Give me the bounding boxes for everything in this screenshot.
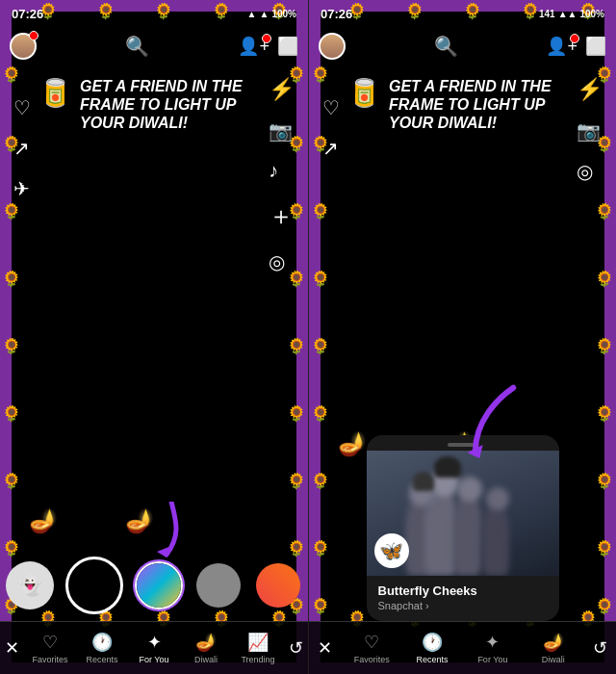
for-you-icon-right: ✦ bbox=[485, 632, 500, 653]
sunflower-icon: 🌻 bbox=[287, 404, 306, 423]
avatar-right[interactable] bbox=[319, 33, 346, 60]
diwali-overlay-right: 🥫 GET A FRIEND IN THE FRAME TO LIGHT UP … bbox=[347, 77, 578, 133]
nav-for-you-left[interactable]: ✦ For You bbox=[133, 632, 175, 664]
diwali-headline-right: GET A FRIEND IN THE FRAME TO LIGHT UP YO… bbox=[389, 77, 578, 133]
lens-item-active[interactable] bbox=[135, 561, 183, 609]
refresh-button-left[interactable]: ↺ bbox=[289, 637, 303, 659]
hair-1 bbox=[413, 472, 434, 491]
nav-favorites-left[interactable]: ♡ Favorites bbox=[29, 632, 71, 664]
sunflower-icon: 🌻 bbox=[311, 337, 330, 355]
add-friend-container-right[interactable]: 👤+ bbox=[546, 36, 578, 57]
favorites-label: Favorites bbox=[32, 655, 67, 664]
share-icon[interactable]: ↗ bbox=[13, 137, 31, 160]
camera-flip-icon-right[interactable]: ◎ bbox=[577, 160, 603, 183]
diwali-icon-right: 🪔 bbox=[543, 632, 564, 653]
diwali-headline: GET A FRIEND IN THE FRAME TO LIGHT UP YO… bbox=[80, 77, 270, 133]
diya-center-icon: 🪔 bbox=[125, 507, 154, 534]
spray-can-icon: 🥫 bbox=[38, 77, 72, 109]
signal-icon: ▲ bbox=[247, 9, 257, 19]
lens-popup-source[interactable]: Snapchat › bbox=[378, 600, 548, 611]
butterfly-emoji-icon: 🦋 bbox=[379, 539, 403, 562]
for-you-label-right: For You bbox=[477, 655, 507, 664]
music-icon[interactable]: ♪ bbox=[269, 160, 295, 182]
status-time-left: 07:26 bbox=[12, 7, 43, 21]
sunflower-icon: 🌻 bbox=[311, 270, 330, 288]
lens-gradient bbox=[137, 563, 181, 608]
add-notification-dot-right bbox=[570, 34, 579, 43]
profile-icon-right[interactable]: ⬜ bbox=[585, 36, 606, 57]
status-icons-left: ▲ ▲ 100% bbox=[247, 9, 296, 19]
search-button-right[interactable]: 🔍 bbox=[434, 35, 458, 58]
wifi-icon: ▲ bbox=[260, 9, 270, 19]
sunflower-icon: 🌻 bbox=[595, 597, 614, 615]
recents-icon-right: 🕐 bbox=[422, 632, 443, 653]
flash-icon-right[interactable]: ⚡ bbox=[577, 77, 603, 102]
avatar-container-right[interactable] bbox=[319, 33, 346, 60]
status-time-right: 07:26 bbox=[321, 7, 352, 21]
nav-diwali-right[interactable]: 🪔 Diwali bbox=[532, 632, 575, 664]
nav-recents-left[interactable]: 🕐 Recents bbox=[81, 632, 123, 664]
favorites-icon-right: ♡ bbox=[364, 632, 379, 653]
top-nav-right: 🔍 👤+ ⬜ bbox=[309, 27, 616, 65]
sunflower-icon: 🌻 bbox=[311, 404, 330, 423]
lens-popup-image: 🦋 bbox=[367, 451, 559, 576]
capture-button[interactable] bbox=[65, 557, 123, 614]
nav-trending-left[interactable]: 📈 Trending bbox=[237, 632, 279, 664]
profile-icon[interactable]: ⬜ bbox=[277, 36, 298, 57]
recents-icon: 🕐 bbox=[91, 632, 113, 653]
sunflower-icon: 🌻 bbox=[595, 472, 614, 490]
lens-item-ghost[interactable]: 👻 bbox=[6, 561, 54, 609]
right-sidebar: ⚡ 📷 ♪ ＋ ◎ bbox=[269, 77, 295, 273]
for-you-icon: ✦ bbox=[147, 632, 162, 653]
battery-icon: 100% bbox=[271, 9, 296, 19]
lens-icon-overlay: 🦋 bbox=[374, 533, 409, 568]
lens-item-face[interactable] bbox=[194, 561, 243, 609]
spray-can-icon-right: 🥫 bbox=[347, 77, 381, 109]
notification-dot bbox=[29, 31, 38, 40]
lens-popup[interactable]: 🦋 Butterfly Cheeks Snapchat › bbox=[367, 435, 559, 621]
status-bar-left: 07:26 ▲ ▲ 100% bbox=[0, 0, 308, 27]
lens-popup-info: Butterfly Cheeks Snapchat › bbox=[367, 576, 559, 621]
refresh-button-right[interactable]: ↺ bbox=[593, 637, 607, 659]
person-silhouette-3 bbox=[453, 494, 482, 576]
drag-handle bbox=[448, 443, 478, 447]
heart-icon[interactable]: ♡ bbox=[13, 96, 31, 119]
lens-grid bbox=[256, 563, 300, 608]
video-icon[interactable]: 📷 bbox=[269, 119, 295, 143]
sunflower-icon: 🌻 bbox=[2, 270, 21, 288]
lens-popup-name: Butterfly Cheeks bbox=[378, 583, 548, 598]
right-panel: 🌻 🌻 🌻 🌻 🌻 🌻 🌻 🌻 🌻 🌻 🌻 🌻 🌻 🌻 🌻 🌻 🌻 🌻 🌻 🌻 … bbox=[308, 0, 616, 674]
video-icon-right[interactable]: 📷 bbox=[577, 119, 603, 143]
nav-diwali-left[interactable]: 🪔 Diwali bbox=[185, 632, 227, 664]
heart-icon-right[interactable]: ♡ bbox=[322, 96, 340, 119]
hair-2 bbox=[434, 456, 461, 478]
trending-label: Trending bbox=[241, 655, 274, 664]
sunflower-icon: 🌻 bbox=[2, 202, 21, 220]
nav-recents-right[interactable]: 🕐 Recents bbox=[411, 632, 453, 664]
share-icon-right[interactable]: ↗ bbox=[322, 137, 340, 160]
camera-flip-icon[interactable]: ◎ bbox=[269, 250, 295, 273]
close-button-left[interactable]: ✕ bbox=[5, 637, 19, 659]
favorites-label-right: Favorites bbox=[354, 655, 390, 664]
connect-icon[interactable]: ✈ bbox=[13, 177, 31, 200]
sunflower-icon: 🌻 bbox=[595, 337, 614, 355]
lens-tray: 👻 bbox=[0, 549, 308, 621]
sunflower-icon: 🌻 bbox=[595, 202, 614, 220]
sunflower-icon: 🌻 bbox=[595, 270, 614, 288]
nav-favorites-right[interactable]: ♡ Favorites bbox=[350, 632, 393, 664]
left-sidebar-right: ♡ ↗ bbox=[322, 96, 340, 160]
recents-label: Recents bbox=[86, 655, 117, 664]
flash-icon[interactable]: ⚡ bbox=[269, 77, 295, 102]
lens-item-grid[interactable] bbox=[254, 561, 302, 609]
signal-icon-right: ▲▲ bbox=[558, 9, 578, 19]
sunflower-icon: 🌻 bbox=[311, 65, 330, 84]
nav-for-you-right[interactable]: ✦ For You bbox=[472, 632, 514, 664]
avatar-container[interactable] bbox=[10, 33, 37, 60]
sunflower-icon: 🌻 bbox=[287, 472, 306, 490]
add-icon[interactable]: ＋ bbox=[269, 199, 295, 233]
search-button[interactable]: 🔍 bbox=[125, 35, 149, 58]
add-friend-container[interactable]: 👤+ bbox=[238, 36, 270, 57]
left-panel: 🌻 🌻 🌻 🌻 🌻 🌻 🌻 🌻 🌻 🌻 🌻 🌻 🌻 🌻 🌻 🌻 🌻 🌻 🌻 🌻 … bbox=[0, 0, 308, 674]
favorites-icon: ♡ bbox=[42, 632, 58, 653]
close-button-right[interactable]: ✕ bbox=[318, 637, 332, 659]
